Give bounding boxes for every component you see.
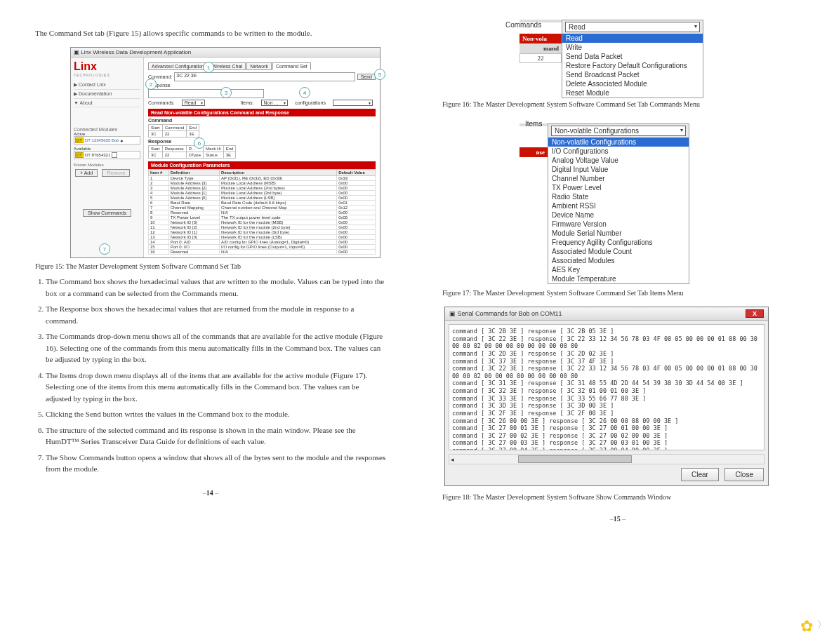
callout-4: 4 [299, 87, 310, 98]
configs-dropdown[interactable] [333, 100, 373, 106]
serial-line: command [ 3C 27 00 01 3E ] response [ 3C… [452, 424, 761, 432]
serial-line: command [ 3C 26 00 00 3E ] response [ 3C… [452, 417, 761, 425]
response-section-hdr: Response [148, 139, 376, 144]
table-row: 4Module Address [1]Module Local Address … [149, 191, 376, 196]
callout-3: 3 [220, 87, 232, 98]
menu-item[interactable]: Analog Voltage Value [548, 156, 689, 165]
menu-item[interactable]: I/O Configurations [548, 147, 689, 156]
table-row: 13Network ID [0]Network ID for the modul… [149, 235, 376, 240]
menu-item[interactable]: Reset Module [562, 88, 703, 98]
menu-item[interactable]: Digital Input Value [548, 165, 689, 174]
nav-documentation[interactable]: ▶ Documentation [74, 90, 140, 99]
serial-line: command [ 3C 27 00 04 3E ] response [ 3C… [452, 447, 761, 450]
menu-item[interactable]: Radio State [548, 192, 689, 201]
menu-item[interactable]: Send Data Packet [562, 52, 703, 61]
menu-item[interactable]: Send Broadcast Packet [562, 70, 703, 79]
serial-line: command [ 3C 2D 3E ] response [ 3C 2D 02… [452, 350, 761, 358]
page-number-left: –14 – [35, 489, 386, 497]
active-device-row[interactable]: DT DT 12345635 Bob ♠ [74, 136, 140, 145]
remove-button[interactable]: Remove [102, 169, 130, 177]
serial-line: command [ 3C 2B 3E ] response [ 3C 2B 05… [452, 328, 761, 335]
table-row: 10Network ID [3]Network ID for the modul… [149, 220, 376, 225]
serial-close-x[interactable]: X [746, 309, 764, 318]
list-item: The Command box shows the hexadecimal va… [46, 276, 386, 299]
list-item: The Commands drop-down menu shows all of… [46, 330, 386, 365]
serial-line: command [ 3C 27 00 03 3E ] response [ 3C… [452, 439, 761, 447]
serial-line: command [ 3C 2F 3E ] response [ 3C 2F 00… [452, 410, 761, 417]
menu-item[interactable]: Restore Factory Default Configurations [562, 61, 703, 70]
serial-line: command [ 3C 31 3E ] response [ 3C 31 48… [452, 380, 761, 387]
menu-item[interactable]: Non-volatile Configurations [548, 137, 689, 147]
cell-22: 22 [519, 53, 562, 63]
menu-item[interactable]: Ambient RSSI [548, 201, 689, 210]
serial-line: command [ 3C 33 3E ] response [ 3C 33 55… [452, 395, 761, 403]
menu-item[interactable]: TX Power Level [548, 183, 689, 192]
figure-18-caption: Figure 18: The Master Development System… [442, 493, 793, 501]
figure-16-caption: Figure 16: The Master Development System… [442, 100, 793, 108]
figure-15-screenshot: ▣ Linx Wireless Data Development Applica… [70, 47, 380, 258]
table-row: 9TX Power LevelThe TX output power level… [149, 215, 376, 220]
nse-strip: nse [519, 147, 548, 157]
add-button[interactable]: + Add [75, 169, 98, 177]
serial-line: command [ 3C 3D 3E ] response [ 3C 3D 00… [452, 402, 761, 410]
menu-item[interactable]: Read [562, 34, 703, 43]
tab-advanced-config[interactable]: Advanced Configuration [148, 62, 208, 70]
clear-button[interactable]: Clear [681, 468, 719, 481]
figure-15-caption: Figure 15: The Master Development System… [35, 262, 386, 270]
table-row: 7Channel MappingChannel number and Chann… [149, 206, 376, 210]
menu-item[interactable]: Firmware Version [548, 220, 689, 229]
serial-hscrollbar[interactable]: ◂ [449, 454, 764, 464]
command-structure-table: StartCommandEnd 3C223E [148, 124, 199, 137]
commands-menu-list: ReadWriteSend Data PacketRestore Factory… [562, 34, 703, 98]
commands-dropdown[interactable]: Read [182, 100, 206, 106]
menu-item[interactable]: Delete Associated Module [562, 79, 703, 88]
table-row: 15Port 0: I/OI/O config for GPIO lines (… [149, 245, 376, 250]
table-row: 12Network ID [1]Network ID for the modul… [149, 230, 376, 235]
menu-item[interactable]: Write [562, 43, 703, 52]
tab-bar: Advanced Configuration Wireless Chat Net… [148, 62, 376, 70]
tab-network[interactable]: Network [246, 62, 272, 70]
show-commands-button[interactable]: Show Commands [83, 209, 131, 217]
param-table: Item # Definition Description Default Va… [148, 169, 376, 255]
serial-line: command [ 3C 22 3E ] response [ 3C 22 33… [452, 335, 761, 350]
app-titlebar: ▣ Linx Wireless Data Development Applica… [71, 48, 380, 58]
known-modules-hdr: Known Modules [74, 163, 140, 167]
callout-7: 7 [99, 243, 110, 255]
close-button[interactable]: Close [724, 468, 764, 481]
linx-logo-sub: TECHNOLOGIES [74, 73, 140, 77]
figure-16-screenshot: Commands Read ReadWriteSend Data PacketR… [562, 20, 703, 98]
table-row: 8ReservedN/A0x00 [149, 210, 376, 215]
table-row: 16ReservedN/A0x00 [149, 250, 376, 255]
items-dd-label: Items: [240, 100, 253, 105]
menu-item[interactable]: Frequency Agility Configurations [548, 238, 689, 247]
serial-line: command [ 3C 37 3E ] response [ 3C 37 4F… [452, 358, 761, 365]
menu-item[interactable]: Device Name [548, 210, 689, 220]
table-row: 14Port 0: A/DA/D config for GPIO lines (… [149, 240, 376, 245]
menu-item[interactable]: Channel Number [548, 174, 689, 183]
nav-about[interactable]: ▼ About [74, 99, 140, 107]
table-row: 2Module Address [3]Module Local Address … [149, 181, 376, 186]
menu-item[interactable]: Associated Module Count [548, 247, 689, 256]
menu-item[interactable]: Module Temperature [548, 274, 689, 283]
send-button[interactable]: Send [357, 74, 376, 80]
available-device-row[interactable]: DT DT 87654321 [74, 151, 140, 159]
redbar-read-nonvolatile: Read Non-volatile Configurations Command… [148, 109, 376, 116]
table-row: 6Baud RateBaud Rate Code (default 9.6 kb… [149, 201, 376, 206]
linx-logo: Linx [74, 60, 140, 73]
serial-line: command [ 3C 22 3E ] response [ 3C 22 33… [452, 365, 761, 380]
items-dropdown[interactable]: Non … [261, 100, 289, 106]
figure-17-screenshot: Non-volatile Configurations Non-volatile… [548, 123, 689, 284]
menu-item[interactable]: Module Serial Number [548, 229, 689, 238]
description-list: The Command box shows the hexadecimal va… [35, 276, 386, 475]
menu-item[interactable]: AES Key [548, 265, 689, 274]
command-input[interactable]: 3C 22 3E [174, 72, 355, 81]
menu-item[interactable]: Associated Modules [548, 256, 689, 265]
nav-contact-linx[interactable]: ▶ Contact Linx [74, 81, 140, 90]
app-title-text: Linx Wireless Data Development Applicati… [81, 49, 191, 55]
active-device-text: DT 12345635 Bob [85, 138, 119, 142]
nav-list: ▶ Contact Linx ▶ Documentation ▼ About [74, 81, 140, 107]
items-outer-label: Items [525, 120, 793, 128]
tab-command-set[interactable]: Command Set [272, 62, 311, 70]
list-item: The Show Commands button opens a window … [46, 452, 386, 475]
list-item: The Items drop down menu displays all of… [46, 370, 386, 405]
